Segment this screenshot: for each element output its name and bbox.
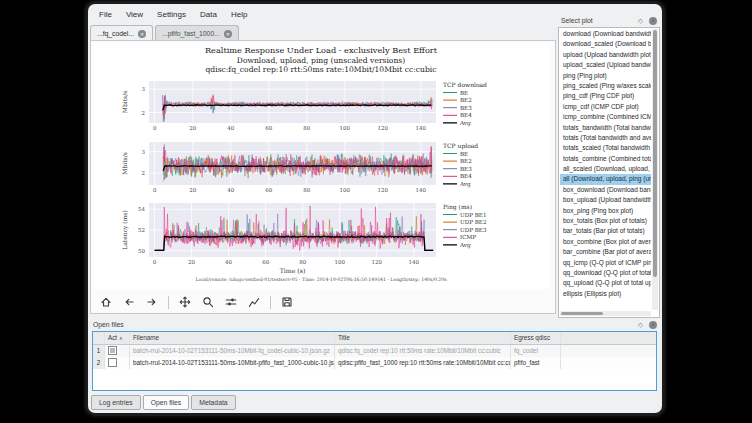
plot-list-item[interactable]: ping (Ping plot)	[560, 71, 651, 81]
svg-text:BE4: BE4	[460, 112, 472, 118]
act-cell[interactable]	[105, 357, 130, 369]
menu-data[interactable]: Data	[193, 8, 224, 21]
plot-list-item[interactable]: bar_totals (Bar plot of totals)	[560, 226, 651, 236]
plot-list-item[interactable]: upload_scaled (Upload bandwidth w/axes s…	[560, 60, 651, 70]
toolbar-forward-button[interactable]	[143, 294, 161, 310]
plot-list-item[interactable]: icmp_cdf (ICMP CDF plot)	[560, 102, 651, 112]
toolbar-zoom-button[interactable]	[199, 294, 217, 310]
pan-icon	[179, 296, 191, 308]
toolbar-separator	[270, 296, 271, 309]
toolbar-subplots-button[interactable]	[222, 294, 240, 310]
plot-toolbar	[97, 292, 301, 312]
svg-text:40: 40	[227, 125, 234, 131]
plot-list-item[interactable]: all_scaled (Download, upload, ping (scal…	[560, 164, 651, 174]
plot-list-item[interactable]: qq_upload (Q-Q plot of total upload band…	[560, 278, 651, 288]
svg-text:Avg: Avg	[459, 181, 471, 188]
plot-list-item[interactable]: qq_icmp (Q-Q plot of ICMP pings)	[560, 258, 651, 268]
svg-text:BE3: BE3	[460, 166, 472, 172]
plot-list-item[interactable]: box_upload (Upload bandwidth box plot)	[560, 195, 651, 205]
plot-list-item[interactable]: ellipsis (Ellipsis plot)	[560, 289, 651, 299]
open-file-row[interactable]: 1batch-rrul-2014-10-02T153111-50ms-10Mbi…	[93, 345, 656, 357]
bottom-tab-metadata[interactable]: Metadata	[191, 395, 235, 410]
plot-list-item[interactable]: totals_combine (Combined total bandwidth…	[560, 154, 651, 164]
plot-list-item[interactable]: bar_combine (Bar plot of averages of sev…	[560, 247, 651, 257]
act-label: Act	[108, 334, 117, 341]
plot-list-item[interactable]: box_ping (Ping box plot)	[560, 206, 651, 216]
float-panel-icon[interactable]: ◇	[638, 321, 643, 328]
plot-list-item[interactable]: ping_cdf (Ping CDF plot)	[560, 91, 651, 101]
svg-text:Latency (ms): Latency (ms)	[121, 210, 129, 250]
plot-list-item[interactable]: ping_scaled (Ping w/axes scaled to remov…	[560, 81, 651, 91]
svg-text:3: 3	[142, 149, 146, 155]
menu-file[interactable]: File	[92, 8, 119, 21]
save-icon	[281, 296, 293, 308]
menu-help[interactable]: Help	[224, 8, 254, 21]
title-cell: qdisc:pfifo_fast_1000 rep:10 rtt:50ms ra…	[335, 357, 511, 369]
act-cell[interactable]	[105, 345, 130, 357]
plot-list-item[interactable]: upload (Upload bandwidth plot)	[560, 50, 651, 60]
toolbar-customize-button[interactable]	[245, 294, 263, 310]
plot-list-item[interactable]: totals_scaled (Total bandwidth and avera…	[560, 143, 651, 153]
table-header-row: Act∧FilenameTitleEgress qdisc	[93, 332, 656, 345]
act-column-header[interactable]: Act∧	[105, 332, 130, 344]
tab-close-icon[interactable]: ✕	[138, 30, 146, 38]
plot-tab[interactable]: ...fq_codel...✕	[90, 25, 153, 41]
select-plot-title: Select plot	[561, 17, 593, 24]
plot-list-item[interactable]: icmp_combine (Combined ICMP ping plot)	[560, 112, 651, 122]
svg-text:100: 100	[340, 187, 351, 193]
svg-text:80: 80	[303, 125, 310, 131]
menu-settings[interactable]: Settings	[150, 8, 193, 21]
svg-text:100: 100	[334, 259, 345, 265]
menu-view[interactable]: View	[119, 8, 150, 21]
plot-list-item[interactable]: totals_bandwidth (Total bandwidth)	[560, 123, 651, 133]
plot-list-item[interactable]: totals (Total bandwidth and average ping…	[560, 133, 651, 143]
plot-list-horizontal-scrollbar[interactable]	[560, 311, 651, 316]
plot-list-item[interactable]: all (Download, upload, ping (unscaled ve…	[560, 174, 651, 184]
plot-tab[interactable]: ...pfifo_fast_1000...✕	[155, 25, 239, 41]
svg-text:Download, upload, ping (unscal: Download, upload, ping (unscaled version…	[237, 56, 405, 65]
row-filler	[561, 357, 656, 369]
svg-text:BE: BE	[460, 90, 468, 96]
svg-text:80: 80	[299, 259, 306, 265]
svg-text:50: 50	[138, 248, 145, 254]
plot-list-item[interactable]: box_download (Download bandwidth box plo…	[560, 185, 651, 195]
toolbar-save-button[interactable]	[278, 294, 296, 310]
plot-list-item[interactable]: download (Download bandwidth plot)	[560, 29, 651, 39]
open-files-dock: Open files ◇ ✕ Act∧FilenameTitleEgress q…	[90, 318, 660, 393]
plot-list-item[interactable]: download_scaled (Download bandwidth w/ax…	[560, 39, 651, 49]
forward-icon	[146, 296, 158, 308]
row-number: 2	[93, 357, 105, 369]
plot-list-vertical-scrollbar[interactable]	[652, 29, 658, 310]
active-checkbox[interactable]	[108, 358, 117, 367]
svg-text:BE: BE	[460, 151, 468, 157]
open-file-row[interactable]: 2batch-rrul-2014-10-02T153111-50ms-10Mbi…	[93, 357, 656, 369]
toolbar-home-button[interactable]	[97, 294, 115, 310]
subplots-icon	[225, 296, 237, 308]
svg-text:BE3: BE3	[460, 105, 472, 111]
close-panel-icon[interactable]: ✕	[649, 321, 657, 329]
customize-icon	[248, 296, 260, 308]
svg-text:120: 120	[378, 187, 389, 193]
svg-text:140: 140	[409, 259, 420, 265]
plot-list-item[interactable]: box_combine (Box plot of averages of sev…	[560, 237, 651, 247]
toolbar-pan-button[interactable]	[176, 294, 194, 310]
egress-qdisc-column-header[interactable]: Egress qdisc	[511, 332, 561, 344]
close-panel-icon[interactable]: ✕	[649, 17, 657, 25]
filename-column-header[interactable]: Filename	[130, 332, 335, 344]
plot-list-item[interactable]: qq_download (Q-Q plot of total download …	[560, 268, 651, 278]
tab-close-icon[interactable]: ✕	[224, 30, 232, 38]
svg-text:2: 2	[142, 170, 146, 176]
bottom-tab-log-entries[interactable]: Log entries	[91, 395, 141, 410]
active-checkbox[interactable]	[108, 346, 117, 355]
svg-text:BE2: BE2	[460, 97, 472, 103]
toolbar-back-button[interactable]	[120, 294, 138, 310]
plot-list-item[interactable]: box_totals (Box plot of totals)	[560, 216, 651, 226]
title-column-header[interactable]: Title	[335, 332, 511, 344]
row-filler	[561, 345, 656, 357]
bottom-tab-open-files[interactable]: Open files	[143, 395, 190, 410]
float-panel-icon[interactable]: ◇	[638, 17, 643, 24]
svg-text:120: 120	[378, 125, 389, 131]
svg-text:Realtime Response Under Load -: Realtime Response Under Load - exclusive…	[205, 45, 438, 55]
select-plot-header: Select plot ◇ ✕	[558, 14, 660, 27]
svg-text:2: 2	[142, 110, 146, 116]
